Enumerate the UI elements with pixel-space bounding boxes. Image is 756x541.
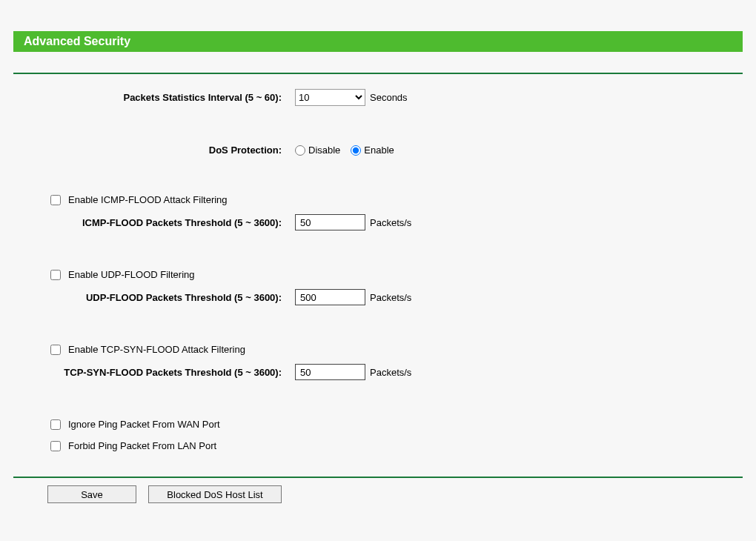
page-title-text: Advanced Security (24, 35, 130, 47)
dos-label: DoS Protection: (13, 145, 295, 156)
forbid-lan-ping-checkbox[interactable] (50, 441, 61, 451)
interval-select[interactable]: 10 (295, 89, 365, 106)
interval-label: Packets Statistics Interval (5 ~ 60): (13, 92, 295, 103)
icmp-unit: Packets/s (370, 217, 411, 228)
udp-flood-label: Enable UDP-FLOOD Filtering (68, 269, 195, 280)
tcp-flood-label: Enable TCP-SYN-FLOOD Attack Filtering (68, 344, 245, 355)
interval-unit: Seconds (370, 92, 408, 103)
udp-threshold-input[interactable] (295, 289, 365, 305)
dos-disable-label: Disable (308, 145, 340, 156)
page-title: Advanced Security (13, 31, 743, 52)
icmp-threshold-label: ICMP-FLOOD Packets Threshold (5 ~ 3600): (13, 217, 295, 228)
dos-enable-radio[interactable] (351, 145, 361, 156)
dos-enable-label: Enable (364, 145, 394, 156)
udp-flood-checkbox[interactable] (50, 270, 61, 280)
icmp-flood-label: Enable ICMP-FLOOD Attack Filtering (68, 194, 228, 205)
dos-disable-radio[interactable] (295, 145, 305, 156)
tcp-threshold-input[interactable] (295, 364, 365, 380)
ignore-wan-ping-checkbox[interactable] (50, 419, 61, 430)
ignore-wan-ping-label: Ignore Ping Packet From WAN Port (68, 419, 220, 430)
udp-threshold-label: UDP-FLOOD Packets Threshold (5 ~ 3600): (13, 292, 295, 303)
tcp-flood-checkbox[interactable] (50, 345, 61, 355)
icmp-threshold-input[interactable] (295, 214, 365, 230)
forbid-lan-ping-label: Forbid Ping Packet From LAN Port (68, 440, 216, 451)
save-button[interactable]: Save (47, 485, 136, 503)
tcp-unit: Packets/s (370, 367, 411, 378)
icmp-flood-checkbox[interactable] (50, 195, 61, 205)
tcp-threshold-label: TCP-SYN-FLOOD Packets Threshold (5 ~ 360… (13, 367, 295, 378)
udp-unit: Packets/s (370, 292, 411, 303)
blocked-dos-host-list-button[interactable]: Blocked DoS Host List (148, 485, 282, 503)
